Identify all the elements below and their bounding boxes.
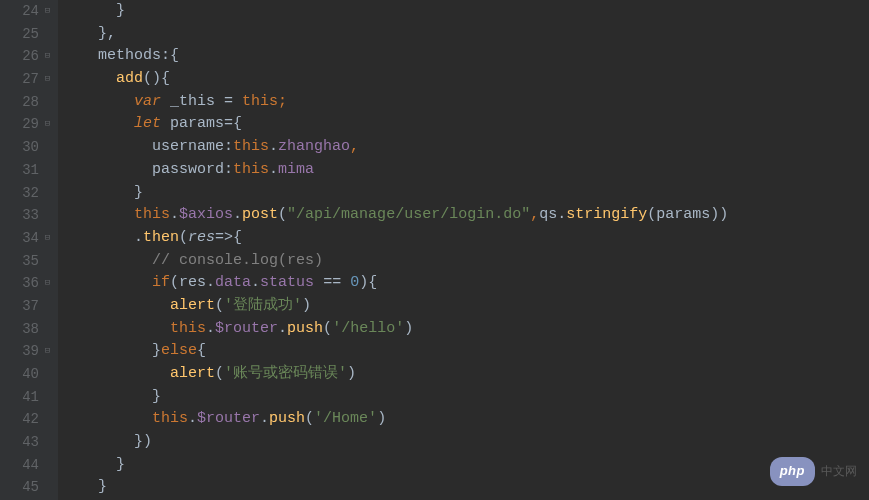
gutter-line: 43 xyxy=(0,431,58,454)
line-number: 33 xyxy=(22,204,39,227)
gutter-line: 32 xyxy=(0,182,58,205)
code-area[interactable]: } }, methods:{ add(){ var _this = this; … xyxy=(58,0,869,500)
gutter-line: 33 xyxy=(0,204,58,227)
gutter-line: 29⊟ xyxy=(0,113,58,136)
gutter-line: 41 xyxy=(0,386,58,409)
gutter-line: 34⊟ xyxy=(0,227,58,250)
code-line[interactable]: .then(res=>{ xyxy=(58,227,869,250)
code-line[interactable]: }, xyxy=(58,23,869,46)
watermark-text: 中文网 xyxy=(821,460,857,483)
code-line[interactable]: }) xyxy=(58,431,869,454)
code-line[interactable]: if(res.data.status == 0){ xyxy=(58,272,869,295)
code-line[interactable]: } xyxy=(58,0,869,23)
gutter-line: 44 xyxy=(0,454,58,477)
fold-open-icon[interactable]: ⊟ xyxy=(43,279,52,288)
line-number: 29 xyxy=(22,113,39,136)
gutter-line: 30 xyxy=(0,136,58,159)
code-line[interactable]: this.$router.push('/Home') xyxy=(58,408,869,431)
gutter-line: 24⊟ xyxy=(0,0,58,23)
line-number: 45 xyxy=(22,476,39,499)
line-number: 38 xyxy=(22,318,39,341)
line-number: 42 xyxy=(22,408,39,431)
gutter-line: 38 xyxy=(0,318,58,341)
code-line[interactable]: let params={ xyxy=(58,113,869,136)
line-number: 31 xyxy=(22,159,39,182)
gutter-line: 36⊟ xyxy=(0,272,58,295)
gutter-line: 42 xyxy=(0,408,58,431)
code-editor[interactable]: 24⊟ 25 26⊟ 27⊟ 28 29⊟ 30 31 32 33 34⊟ 35… xyxy=(0,0,869,500)
code-line[interactable]: } xyxy=(58,454,869,477)
line-number: 40 xyxy=(22,363,39,386)
code-line[interactable]: var _this = this; xyxy=(58,91,869,114)
gutter-line: 40 xyxy=(0,363,58,386)
fold-open-icon[interactable]: ⊟ xyxy=(43,234,52,243)
line-number: 28 xyxy=(22,91,39,114)
line-number: 34 xyxy=(22,227,39,250)
line-number: 32 xyxy=(22,182,39,205)
line-number: 44 xyxy=(22,454,39,477)
code-line[interactable]: this.$axios.post("/api/manage/user/login… xyxy=(58,204,869,227)
code-line[interactable]: } xyxy=(58,182,869,205)
line-number: 37 xyxy=(22,295,39,318)
fold-close-icon[interactable]: ⊟ xyxy=(43,7,52,16)
line-number: 41 xyxy=(22,386,39,409)
gutter-line: 39⊟ xyxy=(0,340,58,363)
code-line[interactable]: this.$router.push('/hello') xyxy=(58,318,869,341)
fold-open-icon[interactable]: ⊟ xyxy=(43,120,52,129)
code-line[interactable]: methods:{ xyxy=(58,45,869,68)
gutter-line: 25 xyxy=(0,23,58,46)
code-line[interactable]: alert('账号或密码错误') xyxy=(58,363,869,386)
code-line[interactable]: } xyxy=(58,476,869,499)
gutter-line: 45 xyxy=(0,476,58,499)
watermark: php 中文网 xyxy=(770,457,857,486)
gutter-line: 26⊟ xyxy=(0,45,58,68)
gutter-line: 35 xyxy=(0,250,58,273)
line-number: 39 xyxy=(22,340,39,363)
line-number: 35 xyxy=(22,250,39,273)
gutter: 24⊟ 25 26⊟ 27⊟ 28 29⊟ 30 31 32 33 34⊟ 35… xyxy=(0,0,58,500)
code-line[interactable]: }else{ xyxy=(58,340,869,363)
code-line[interactable]: username:this.zhanghao, xyxy=(58,136,869,159)
code-line[interactable]: password:this.mima xyxy=(58,159,869,182)
code-line[interactable]: // console.log(res) xyxy=(58,250,869,273)
line-number: 36 xyxy=(22,272,39,295)
php-badge-icon: php xyxy=(770,457,815,486)
gutter-line: 27⊟ xyxy=(0,68,58,91)
line-number: 43 xyxy=(22,431,39,454)
line-number: 30 xyxy=(22,136,39,159)
fold-open-icon[interactable]: ⊟ xyxy=(43,52,52,61)
fold-open-icon[interactable]: ⊟ xyxy=(43,347,52,356)
gutter-line: 31 xyxy=(0,159,58,182)
fold-open-icon[interactable]: ⊟ xyxy=(43,75,52,84)
gutter-line: 37 xyxy=(0,295,58,318)
line-number: 26 xyxy=(22,45,39,68)
code-line[interactable]: } xyxy=(58,386,869,409)
gutter-line: 28 xyxy=(0,91,58,114)
line-number: 24 xyxy=(22,0,39,23)
code-line[interactable]: add(){ xyxy=(58,68,869,91)
line-number: 25 xyxy=(22,23,39,46)
code-line[interactable]: alert('登陆成功') xyxy=(58,295,869,318)
line-number: 27 xyxy=(22,68,39,91)
